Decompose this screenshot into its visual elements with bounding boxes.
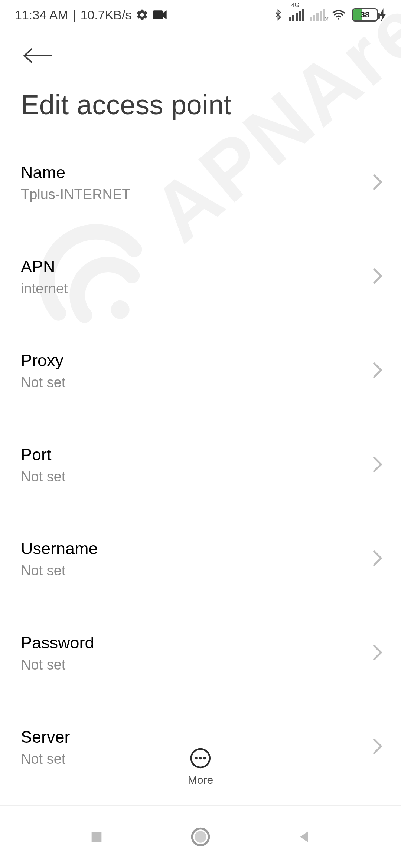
- setting-title: Password: [21, 633, 380, 653]
- nav-back-button[interactable]: [291, 824, 317, 850]
- chevron-right-icon: [372, 174, 383, 192]
- setting-title: Proxy: [21, 351, 380, 371]
- more-label: More: [188, 774, 213, 786]
- svg-point-7: [203, 757, 206, 760]
- setting-item-name[interactable]: Name Tplus-INTERNET: [0, 145, 401, 221]
- nav-home-button[interactable]: [188, 824, 213, 850]
- battery-icon: 38: [352, 8, 386, 22]
- setting-value: Not set: [21, 562, 380, 579]
- setting-value: Not set: [21, 374, 380, 391]
- setting-title: Server: [21, 727, 380, 747]
- status-sep: |: [73, 8, 76, 22]
- nav-recent-button[interactable]: [84, 824, 110, 850]
- svg-point-2: [338, 18, 340, 20]
- svg-rect-8: [92, 832, 102, 842]
- setting-title: Port: [21, 445, 380, 465]
- chevron-right-icon: [372, 550, 383, 568]
- signal-4g-icon: 4G: [289, 9, 304, 21]
- list-fade: [0, 796, 401, 803]
- camera-icon: [153, 9, 168, 20]
- more-button[interactable]: More: [188, 747, 213, 786]
- wifi-icon: [330, 8, 347, 22]
- setting-title: APN: [21, 257, 380, 277]
- arrow-left-icon: [22, 45, 54, 67]
- svg-point-6: [199, 757, 202, 760]
- circle-icon: [190, 827, 211, 847]
- setting-value: internet: [21, 280, 380, 297]
- setting-item-username[interactable]: Username Not set: [0, 521, 401, 597]
- chevron-right-icon: [372, 267, 383, 286]
- chevron-right-icon: [372, 644, 383, 662]
- signal-no-sim-icon: ✕: [310, 9, 325, 21]
- status-time: 11:34 AM: [15, 8, 68, 22]
- setting-value: Not set: [21, 468, 380, 486]
- svg-rect-1: [153, 10, 163, 19]
- svg-point-5: [195, 757, 198, 760]
- svg-point-10: [195, 831, 206, 843]
- setting-item-apn[interactable]: APN internet: [0, 239, 401, 315]
- settings-icon: [136, 9, 149, 21]
- status-bar: 11:34 AM | 10.7KB/s 4G ✕: [0, 0, 401, 30]
- chevron-right-icon: [372, 456, 383, 474]
- setting-item-proxy[interactable]: Proxy Not set: [0, 333, 401, 409]
- triangle-left-icon: [297, 829, 312, 845]
- square-icon: [89, 829, 104, 844]
- setting-title: Name: [21, 162, 380, 183]
- setting-value: Not set: [21, 657, 380, 674]
- status-speed: 10.7KB/s: [81, 8, 132, 22]
- setting-title: Username: [21, 539, 380, 559]
- chevron-right-icon: [372, 362, 383, 380]
- back-button[interactable]: [22, 45, 54, 68]
- system-nav-bar: [0, 805, 401, 868]
- more-icon: [189, 747, 212, 769]
- setting-value: Tplus-INTERNET: [21, 186, 380, 203]
- setting-item-password[interactable]: Password Not set: [0, 615, 401, 691]
- chevron-right-icon: [372, 738, 383, 756]
- page-title: Edit access point: [21, 89, 232, 121]
- setting-item-port[interactable]: Port Not set: [0, 427, 401, 503]
- bluetooth-icon: [273, 7, 284, 23]
